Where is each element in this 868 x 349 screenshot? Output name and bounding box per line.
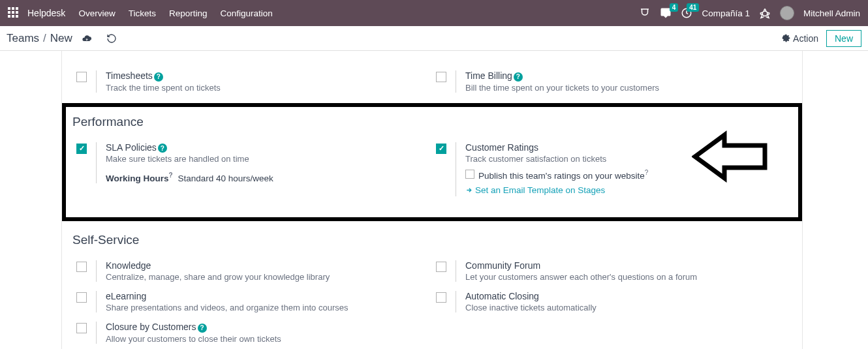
help-icon[interactable]: ? [154,72,163,82]
autoclose-desc: Close inactive tickets automatically [465,303,788,312]
knowledge-title: Knowledge [106,260,428,271]
action-label: Action [793,33,818,44]
user-avatar[interactable] [780,6,794,20]
closure-desc: Allow your customers to close their own … [106,334,428,344]
form-panel: Timesheets? Track the time spent on tick… [61,51,803,349]
help-icon[interactable]: ? [514,72,523,82]
breadcrumb-root[interactable]: Teams [7,32,39,45]
nav-reporting[interactable]: Reporting [169,8,208,18]
top-navbar: Helpdesk Overview Tickets Reporting Conf… [0,0,868,26]
save-cloud-icon[interactable] [82,33,92,44]
checkbox-autoclose[interactable] [436,292,446,303]
activities-icon[interactable]: 41 [681,7,692,19]
elearning-desc: Share presentations and videos, and orga… [106,303,428,312]
breadcrumb: Teams / New [7,32,117,45]
debug-icon[interactable] [759,7,771,19]
breadcrumb-current: New [50,32,72,45]
nav-overview[interactable]: Overview [78,8,115,18]
checkbox-timesheets[interactable] [76,72,87,82]
topbar-right: 4 41 Compañía 1 Mitchell Admin [639,6,860,20]
email-link-label: Set an Email Template on Stages [475,185,605,195]
performance-heading: Performance [72,111,792,136]
help-icon[interactable]: ? [158,144,167,153]
timesheets-desc: Track the time spent on tickets [106,83,428,93]
breadcrumb-bar: Teams / New Action New [0,26,868,51]
elearning-title: eLearning [106,291,428,301]
svg-point-1 [762,11,767,16]
checkbox-forum[interactable] [436,262,446,272]
field-ratings: Customer Ratings Track customer satisfac… [436,142,788,197]
help-icon[interactable]: ? [198,324,207,333]
publish-label: Publish this team's ratings on your webs… [478,170,645,180]
field-timesheets: Timesheets? Track the time spent on tick… [76,70,428,93]
forum-desc: Let your customers answer each other's q… [465,272,788,282]
subbar-actions: Action New [782,30,861,47]
discard-icon[interactable] [106,33,117,44]
wh-value[interactable]: Standard 40 hours/week [178,174,273,183]
wh-label: Working Hours [106,174,169,183]
nav-tickets[interactable]: Tickets [129,8,156,18]
knowledge-desc: Centralize, manage, share and grow your … [106,272,428,282]
field-knowledge: Knowledge Centralize, manage, share and … [76,260,428,282]
voip-icon[interactable] [639,7,651,19]
publish-ratings-row: Publish this team's ratings on your webs… [465,169,788,181]
checkbox-sla[interactable] [76,144,87,154]
field-sla: SLA Policies? Make sure tickets are hand… [76,142,428,183]
company-switcher[interactable]: Compañía 1 [702,8,750,18]
field-closure: Closure by Customers? Allow your custome… [76,322,428,344]
checkbox-elearning[interactable] [76,292,87,303]
messages-badge: 4 [670,3,679,12]
timesheets-title: Timesheets [106,70,153,81]
autoclose-title: Automatic Closing [465,291,788,301]
new-button[interactable]: New [826,30,861,47]
field-forum: Community Forum Let your customers answe… [436,260,788,282]
app-brand[interactable]: Helpdesk [27,8,65,18]
field-elearning: eLearning Share presentations and videos… [76,291,428,312]
action-menu[interactable]: Action [782,33,818,44]
checkbox-closure[interactable] [76,323,87,333]
field-autoclose: Automatic Closing Close inactive tickets… [436,291,788,312]
billing-desc: Bill the time spent on your tickets to y… [465,83,788,93]
tracking-row: Timesheets? Track the time spent on tick… [62,51,802,103]
publish-help-sup[interactable]: ? [645,169,649,176]
working-hours-row: Working Hours? Standard 40 hours/week [106,172,428,183]
nav-configuration[interactable]: Configuration [220,8,272,18]
email-template-link[interactable]: Set an Email Template on Stages [465,185,605,195]
field-billing: Time Billing? Bill the time spent on you… [436,70,788,93]
selfservice-heading: Self-Service [72,229,792,254]
breadcrumb-sep: / [43,32,46,45]
sla-desc: Make sure tickets are handled on time [106,154,428,164]
sla-title: SLA Policies [106,142,157,153]
checkbox-billing[interactable] [436,72,446,82]
apps-icon[interactable] [8,7,20,19]
activities-badge: 41 [687,3,699,12]
checkbox-knowledge[interactable] [76,262,87,272]
wh-help-sup[interactable]: ? [169,172,173,179]
ratings-title: Customer Ratings [465,142,788,153]
billing-title: Time Billing [465,70,512,81]
checkbox-publish-ratings[interactable] [465,170,474,179]
forum-title: Community Forum [465,260,788,271]
closure-title: Closure by Customers [106,322,196,332]
messages-icon[interactable]: 4 [660,7,672,19]
user-name[interactable]: Mitchell Admin [803,8,860,18]
checkbox-ratings[interactable] [436,144,446,154]
content-area: Timesheets? Track the time spent on tick… [0,51,868,349]
performance-highlight-box: Performance SLA Policies? Make sure tick… [62,103,802,222]
ratings-desc: Track customer satisfaction on tickets [465,154,788,164]
